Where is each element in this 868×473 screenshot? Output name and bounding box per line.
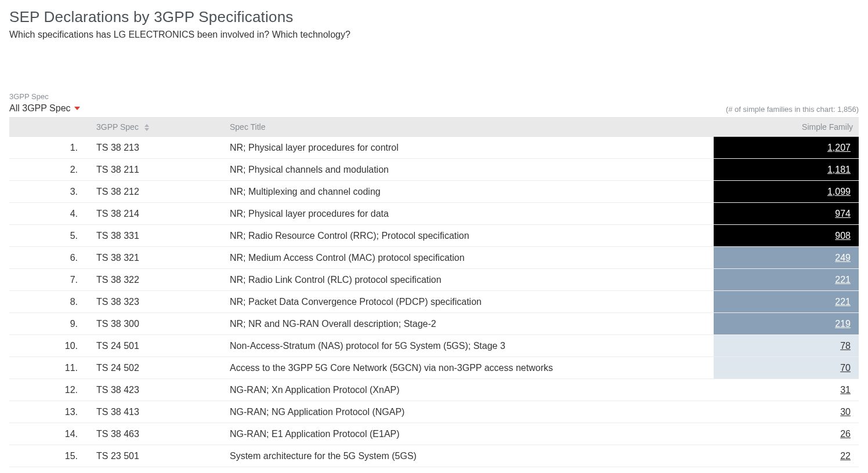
row-spec: TS 38 322 bbox=[91, 269, 224, 291]
row-family-link[interactable]: 70 bbox=[714, 357, 859, 379]
row-family-link[interactable]: 22 bbox=[714, 445, 859, 467]
chevron-down-icon bbox=[74, 107, 80, 110]
page-title: SEP Declarations by 3GPP Specifications bbox=[9, 8, 859, 26]
table-row: 1.TS 38 213NR; Physical layer procedures… bbox=[9, 137, 859, 159]
row-spec: TS 24 502 bbox=[91, 357, 224, 379]
table-row: 13.TS 38 413NG-RAN; NG Application Proto… bbox=[9, 401, 859, 423]
row-spec: TS 24 501 bbox=[91, 335, 224, 357]
spec-table: 3GPP Spec Spec Title Simple Family 1.TS … bbox=[9, 117, 859, 467]
filter-label: 3GPP Spec bbox=[9, 92, 859, 101]
row-family-cell: 908 bbox=[714, 225, 859, 247]
col-title-label: Spec Title bbox=[230, 122, 265, 132]
row-rank: 6. bbox=[9, 247, 91, 269]
table-row: 10.TS 24 501Non-Access-Stratum (NAS) pro… bbox=[9, 335, 859, 357]
row-title: NG-RAN; Xn Application Protocol (XnAP) bbox=[224, 379, 714, 401]
row-rank: 11. bbox=[9, 357, 91, 379]
sort-up-icon bbox=[144, 124, 149, 127]
row-spec: TS 38 323 bbox=[91, 291, 224, 313]
row-rank: 5. bbox=[9, 225, 91, 247]
table-row: 3.TS 38 212NR; Multiplexing and channel … bbox=[9, 181, 859, 203]
row-family-link[interactable]: 1,099 bbox=[714, 181, 859, 202]
row-family-link[interactable]: 78 bbox=[714, 335, 859, 356]
row-rank: 9. bbox=[9, 313, 91, 335]
sort-icon[interactable] bbox=[144, 124, 149, 131]
row-title: Non-Access-Stratum (NAS) protocol for 5G… bbox=[224, 335, 714, 357]
row-title: NR; Multiplexing and channel coding bbox=[224, 181, 714, 203]
row-rank: 12. bbox=[9, 379, 91, 401]
row-spec: TS 38 321 bbox=[91, 247, 224, 269]
col-family-header[interactable]: Simple Family bbox=[714, 118, 859, 137]
row-family-cell: 219 bbox=[714, 313, 859, 335]
row-title: NR; Physical channels and modulation bbox=[224, 159, 714, 181]
row-family-link[interactable]: 26 bbox=[714, 423, 859, 445]
filter-selected-value: All 3GPP Spec bbox=[9, 103, 71, 114]
row-rank: 2. bbox=[9, 159, 91, 181]
row-family-cell: 249 bbox=[714, 247, 859, 269]
row-family-link[interactable]: 974 bbox=[714, 203, 859, 224]
table-row: 8.TS 38 323NR; Packet Data Convergence P… bbox=[9, 291, 859, 313]
col-spec-label: 3GPP Spec bbox=[96, 122, 139, 132]
row-rank: 15. bbox=[9, 445, 91, 467]
row-rank: 10. bbox=[9, 335, 91, 357]
row-family-link[interactable]: 221 bbox=[714, 269, 859, 290]
row-title: NR; Physical layer procedures for contro… bbox=[224, 137, 714, 159]
row-family-link[interactable]: 30 bbox=[714, 401, 859, 423]
page-subtitle: Which specifications has LG ELECTRONICS … bbox=[9, 30, 859, 40]
col-title-header[interactable]: Spec Title bbox=[224, 118, 714, 137]
row-family-cell: 221 bbox=[714, 291, 859, 313]
row-rank: 3. bbox=[9, 181, 91, 203]
row-family-link[interactable]: 219 bbox=[714, 313, 859, 334]
table-row: 7.TS 38 322NR; Radio Link Control (RLC) … bbox=[9, 269, 859, 291]
row-family-cell: 22 bbox=[714, 445, 859, 467]
row-family-cell: 1,207 bbox=[714, 137, 859, 159]
row-spec: TS 38 300 bbox=[91, 313, 224, 335]
row-family-cell: 31 bbox=[714, 379, 859, 401]
col-rank-header bbox=[9, 118, 91, 137]
row-spec: TS 38 213 bbox=[91, 137, 224, 159]
row-family-cell: 30 bbox=[714, 401, 859, 423]
row-rank: 4. bbox=[9, 203, 91, 225]
col-spec-header[interactable]: 3GPP Spec bbox=[91, 118, 224, 137]
row-family-link[interactable]: 1,181 bbox=[714, 159, 859, 180]
col-family-label: Simple Family bbox=[802, 122, 853, 132]
row-title: System architecture for the 5G System (5… bbox=[224, 445, 714, 467]
row-family-cell: 70 bbox=[714, 357, 859, 379]
row-family-cell: 78 bbox=[714, 335, 859, 357]
table-row: 2.TS 38 211NR; Physical channels and mod… bbox=[9, 159, 859, 181]
row-title: NG-RAN; E1 Application Protocol (E1AP) bbox=[224, 423, 714, 445]
table-row: 12.TS 38 423NG-RAN; Xn Application Proto… bbox=[9, 379, 859, 401]
row-spec: TS 38 331 bbox=[91, 225, 224, 247]
row-family-link[interactable]: 1,207 bbox=[714, 137, 859, 158]
row-spec: TS 38 463 bbox=[91, 423, 224, 445]
row-rank: 8. bbox=[9, 291, 91, 313]
table-row: 6.TS 38 321NR; Medium Access Control (MA… bbox=[9, 247, 859, 269]
row-family-link[interactable]: 908 bbox=[714, 225, 859, 246]
filter-select-3gpp-spec[interactable]: All 3GPP Spec bbox=[9, 103, 80, 114]
row-rank: 13. bbox=[9, 401, 91, 423]
table-row: 9.TS 38 300NR; NR and NG-RAN Overall des… bbox=[9, 313, 859, 335]
row-family-cell: 1,099 bbox=[714, 181, 859, 203]
sort-down-icon bbox=[144, 128, 149, 131]
row-title: NR; Medium Access Control (MAC) protocol… bbox=[224, 247, 714, 269]
row-family-cell: 221 bbox=[714, 269, 859, 291]
row-family-link[interactable]: 249 bbox=[714, 247, 859, 268]
row-family-link[interactable]: 221 bbox=[714, 291, 859, 312]
row-rank: 1. bbox=[9, 137, 91, 159]
row-title: NR; Radio Link Control (RLC) protocol sp… bbox=[224, 269, 714, 291]
row-title: NR; Physical layer procedures for data bbox=[224, 203, 714, 225]
row-spec: TS 38 214 bbox=[91, 203, 224, 225]
row-family-link[interactable]: 31 bbox=[714, 379, 859, 401]
row-spec: TS 23 501 bbox=[91, 445, 224, 467]
row-rank: 14. bbox=[9, 423, 91, 445]
row-family-cell: 1,181 bbox=[714, 159, 859, 181]
row-spec: TS 38 211 bbox=[91, 159, 224, 181]
row-spec: TS 38 413 bbox=[91, 401, 224, 423]
row-title: NR; NR and NG-RAN Overall description; S… bbox=[224, 313, 714, 335]
table-row: 14.TS 38 463NG-RAN; E1 Application Proto… bbox=[9, 423, 859, 445]
row-family-cell: 26 bbox=[714, 423, 859, 445]
row-rank: 7. bbox=[9, 269, 91, 291]
row-title: NR; Radio Resource Control (RRC); Protoc… bbox=[224, 225, 714, 247]
table-row: 11.TS 24 502Access to the 3GPP 5G Core N… bbox=[9, 357, 859, 379]
table-row: 15.TS 23 501System architecture for the … bbox=[9, 445, 859, 467]
row-spec: TS 38 423 bbox=[91, 379, 224, 401]
